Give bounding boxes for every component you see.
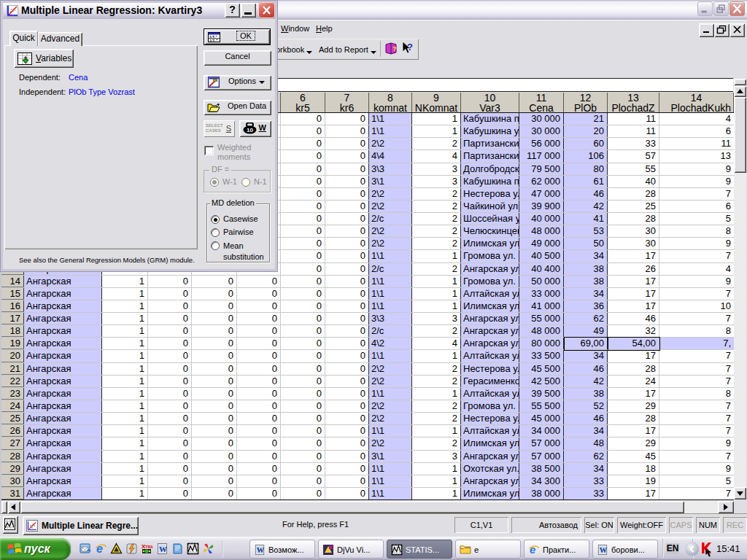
svg-text:10: 10 — [247, 127, 253, 133]
svg-text:XTRA: XTRA — [142, 543, 153, 550]
svg-text:W: W — [257, 546, 265, 554]
svg-text:W: W — [159, 545, 167, 553]
svg-text:?: ? — [392, 45, 397, 52]
svg-text:W: W — [600, 546, 608, 554]
svg-text:?: ? — [407, 42, 413, 52]
